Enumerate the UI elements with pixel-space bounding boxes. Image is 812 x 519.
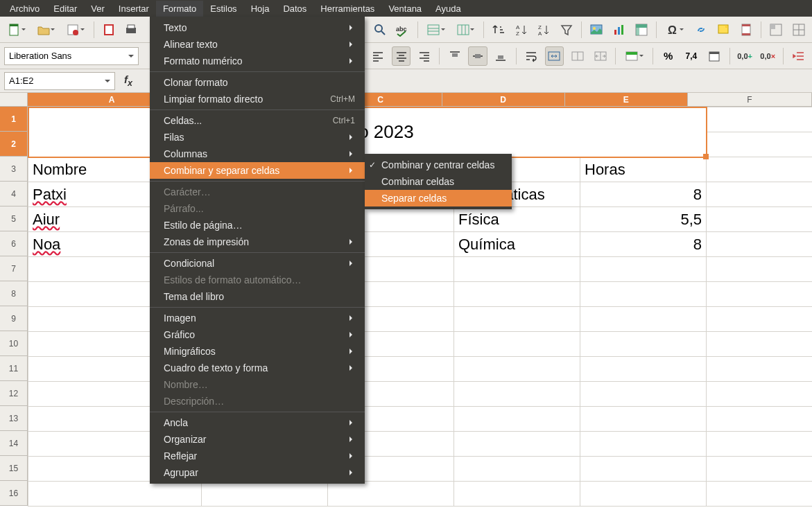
submenu-item[interactable]: Combinar y centrar celdas xyxy=(365,157,512,173)
row-header-8[interactable]: 8 xyxy=(0,281,28,306)
open-button[interactable] xyxy=(33,20,58,39)
cell[interactable] xyxy=(580,382,707,407)
menu-item[interactable]: Condicional xyxy=(150,255,365,272)
freeze-button[interactable] xyxy=(767,20,786,39)
cell[interactable] xyxy=(454,382,580,407)
row-header-15[interactable]: 15 xyxy=(0,456,28,481)
col-button[interactable] xyxy=(453,20,478,39)
menu-item[interactable]: Minigráficos xyxy=(150,343,365,360)
row-header-11[interactable]: 11 xyxy=(0,356,28,381)
menu-datos[interactable]: Datos xyxy=(276,1,313,17)
col-header-E[interactable]: E xyxy=(565,93,688,107)
menu-archivo[interactable]: Archivo xyxy=(3,1,46,17)
insert-image-button[interactable] xyxy=(587,20,606,39)
cell[interactable] xyxy=(454,482,580,507)
cell[interactable] xyxy=(707,282,813,307)
cell-hours[interactable]: 8 xyxy=(580,182,707,207)
currency-button[interactable]: % xyxy=(659,46,677,66)
font-name-combo[interactable]: Liberation Sans xyxy=(4,47,139,65)
hyperlink-button[interactable] xyxy=(691,20,710,39)
menu-item[interactable]: Ancla xyxy=(150,414,365,431)
row-button[interactable] xyxy=(423,20,448,39)
row-header-9[interactable]: 9 xyxy=(0,306,28,331)
row-header-13[interactable]: 13 xyxy=(0,406,28,431)
menu-item[interactable]: Clonar formato xyxy=(150,74,365,91)
cell[interactable] xyxy=(707,432,813,457)
special-char-button[interactable]: Ω xyxy=(662,20,687,39)
cell[interactable] xyxy=(707,382,813,407)
cell[interactable] xyxy=(454,432,580,457)
split-cells-button[interactable] xyxy=(591,46,610,66)
function-wizard-button[interactable]: fx xyxy=(119,72,137,90)
align-left-button[interactable] xyxy=(369,46,388,66)
sort-desc-button[interactable]: ZA xyxy=(535,20,553,39)
menu-item[interactable]: Columnas xyxy=(150,146,365,162)
menu-item[interactable]: Limpiar formato directoCtrl+M xyxy=(150,91,365,107)
align-right-button[interactable] xyxy=(415,46,433,66)
menu-item[interactable]: Tema del libro xyxy=(150,288,365,305)
menu-ventana[interactable]: Ventana xyxy=(381,1,429,17)
cell-subject[interactable]: Química xyxy=(454,232,580,257)
cell[interactable] xyxy=(580,482,707,507)
cell[interactable] xyxy=(707,332,813,357)
menu-item[interactable]: Texto xyxy=(150,19,365,36)
menu-item[interactable]: Organizar xyxy=(150,431,365,448)
cell[interactable] xyxy=(580,432,707,457)
sort-asc-button[interactable] xyxy=(490,20,508,39)
cell-hours[interactable]: 5,5 xyxy=(580,207,707,232)
menu-item[interactable]: Reflejar xyxy=(150,448,365,464)
cell-reference-input[interactable]: A1:E2 xyxy=(4,72,115,90)
print-button[interactable] xyxy=(122,20,141,39)
cell[interactable] xyxy=(707,457,813,482)
cell[interactable] xyxy=(202,482,328,507)
submenu-item[interactable]: Combinar celdas xyxy=(365,173,512,190)
menu-item[interactable]: Celdas...Ctrl+1 xyxy=(150,112,365,129)
pdf-button[interactable] xyxy=(99,20,118,39)
menu-item[interactable]: Estilo de página… xyxy=(150,217,365,234)
cell[interactable] xyxy=(454,407,580,432)
split-button[interactable] xyxy=(789,20,808,39)
menu-estilos[interactable]: Estilos xyxy=(203,1,243,17)
cell-subject[interactable]: Física xyxy=(454,207,580,232)
menu-ver[interactable]: Ver xyxy=(84,1,112,17)
menu-ayuda[interactable]: Ayuda xyxy=(429,1,468,17)
number-button[interactable]: 7,4 xyxy=(682,46,700,66)
new-doc-button[interactable] xyxy=(4,20,29,39)
cell[interactable] xyxy=(707,182,813,207)
header-cell[interactable]: Horas xyxy=(580,157,707,182)
menu-hoja[interactable]: Hoja xyxy=(244,1,277,17)
menu-item[interactable]: Cuadro de texto y forma xyxy=(150,360,365,376)
menu-insertar[interactable]: Insertar xyxy=(112,1,156,17)
cell[interactable] xyxy=(707,107,813,132)
valign-bottom-button[interactable] xyxy=(492,46,510,66)
row-header-1[interactable]: 1 xyxy=(0,107,28,132)
cell-style-button[interactable] xyxy=(621,46,647,66)
menu-item[interactable]: Combinar y separar celdas xyxy=(150,162,365,179)
menu-item[interactable]: Zonas de impresión xyxy=(150,234,365,250)
insert-chart-button[interactable] xyxy=(610,20,628,39)
cell-hours[interactable]: 8 xyxy=(580,232,707,257)
cell[interactable] xyxy=(580,357,707,382)
autofilter-button[interactable] xyxy=(557,20,576,39)
select-all-corner[interactable] xyxy=(0,93,28,107)
title-cell[interactable]: émico 2023 xyxy=(28,107,707,157)
header-footer-button[interactable] xyxy=(736,20,755,39)
menu-formato[interactable]: Formato xyxy=(156,1,203,17)
cell[interactable] xyxy=(28,482,202,507)
menu-editar[interactable]: Editar xyxy=(46,1,84,17)
cell[interactable] xyxy=(580,307,707,332)
cell[interactable] xyxy=(454,332,580,357)
col-header-D[interactable]: D xyxy=(442,93,565,107)
date-button[interactable] xyxy=(705,46,723,66)
cell[interactable] xyxy=(580,257,707,282)
valign-middle-button[interactable] xyxy=(468,46,487,66)
cell[interactable] xyxy=(454,257,580,282)
cell[interactable] xyxy=(707,407,813,432)
merge-cells-button[interactable] xyxy=(545,46,564,66)
comment-button[interactable] xyxy=(714,20,733,39)
valign-top-button[interactable] xyxy=(445,46,464,66)
cell[interactable] xyxy=(707,257,813,282)
cell[interactable] xyxy=(580,332,707,357)
sort-button[interactable]: AZ xyxy=(512,20,530,39)
menu-item[interactable]: Formato numérico xyxy=(150,53,365,69)
